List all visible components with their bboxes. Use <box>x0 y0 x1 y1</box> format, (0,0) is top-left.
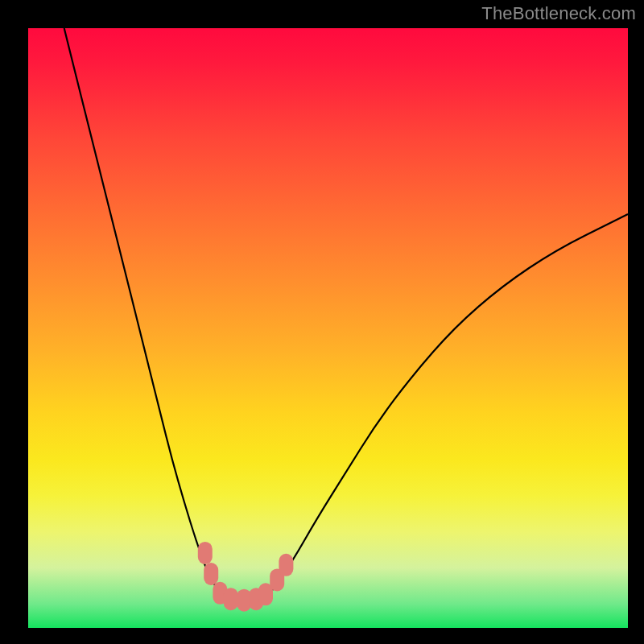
valley-marker <box>204 563 218 585</box>
chart-frame: TheBottleneck.com <box>0 0 644 644</box>
valley-marker <box>198 542 213 564</box>
curve-layer <box>28 28 628 628</box>
bottleneck-curve <box>64 28 628 601</box>
valley-markers <box>198 542 294 612</box>
watermark-text: TheBottleneck.com <box>481 3 636 24</box>
plot-area <box>28 28 628 628</box>
valley-marker <box>224 588 238 610</box>
valley-marker <box>279 554 293 576</box>
